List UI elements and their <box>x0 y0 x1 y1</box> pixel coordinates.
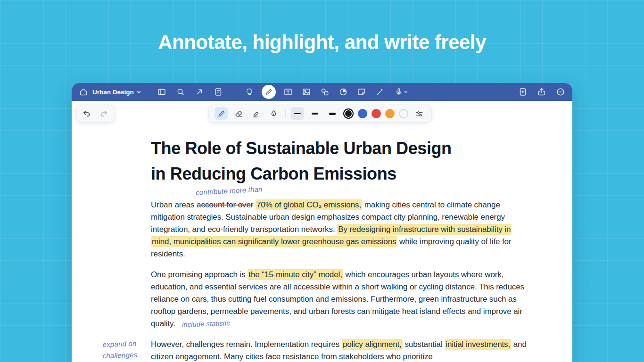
shapes-icon <box>320 87 330 97</box>
pointer-arrow-icon <box>195 87 204 97</box>
home-button[interactable] <box>77 86 90 98</box>
undo-button[interactable] <box>80 107 93 120</box>
toolbar-divider <box>285 109 286 118</box>
text-segment: Urban areas <box>151 200 197 209</box>
hero-title: Annotate, highlight, and write freely <box>0 30 644 55</box>
thin-line-icon <box>294 113 301 114</box>
stroke-settings-button[interactable] <box>413 107 426 120</box>
app-window: Urban Design <box>72 83 572 362</box>
thick-line-icon <box>329 113 336 115</box>
laser-pointer-button[interactable] <box>374 86 386 98</box>
page-edit-icon <box>214 87 223 97</box>
sliders-icon <box>415 109 424 118</box>
text-segment: However, challenges remain. Implementati… <box>151 340 342 349</box>
document-canvas[interactable]: The Role of Sustainable Urban Design in … <box>72 101 572 362</box>
highlighted-text: policy alignment, <box>342 339 403 350</box>
paragraph-2: One promising approach is the “15-minute… <box>151 269 528 330</box>
add-page-button[interactable] <box>517 86 529 98</box>
chevron-down-icon <box>404 90 408 94</box>
home-icon <box>79 87 88 97</box>
page-edit-button[interactable] <box>212 86 224 98</box>
text-button[interactable] <box>282 86 294 98</box>
toolbar-nav-group <box>156 86 224 98</box>
undo-icon <box>82 109 91 118</box>
document-page: The Role of Sustainable Urban Design in … <box>151 136 528 362</box>
pen-button[interactable] <box>262 85 276 99</box>
toolbar-right-group <box>517 86 567 98</box>
thickness-thin-option[interactable] <box>291 107 304 120</box>
pen-icon <box>264 88 273 96</box>
margin-note-line: challenges <box>102 349 138 362</box>
title-line: The Role of Sustainable Urban Design <box>151 136 528 161</box>
highlighter-tool[interactable] <box>249 107 263 120</box>
panels-icon <box>157 87 166 97</box>
highlighter-icon <box>252 109 261 118</box>
color-swatch-orange[interactable] <box>385 109 395 118</box>
text-box-icon <box>283 87 293 97</box>
handwritten-margin-note: expand on challenges <box>101 338 138 362</box>
share-button[interactable] <box>536 86 548 98</box>
color-swatch-red[interactable] <box>372 109 381 118</box>
toolbar-tools-group <box>243 85 410 99</box>
pen-toolbar <box>208 105 432 123</box>
sticky-note-icon <box>357 87 366 97</box>
more-options-icon <box>556 87 565 97</box>
medium-line-icon <box>312 113 318 115</box>
history-toolbar <box>75 105 115 123</box>
microphone-button[interactable] <box>392 86 410 98</box>
redo-icon <box>99 109 108 118</box>
microphone-icon <box>394 87 404 97</box>
text-segment: substantial <box>403 340 445 349</box>
chevron-down-icon <box>136 90 141 95</box>
highlighted-text: initial investments, <box>445 339 511 350</box>
shapes-button[interactable] <box>319 86 331 98</box>
sticky-note-button[interactable] <box>355 86 368 98</box>
pointer-button[interactable] <box>193 86 206 98</box>
eraser-icon <box>234 109 243 118</box>
highlighted-text: 70% of global CO₂ emissions, <box>256 199 362 210</box>
image-button[interactable] <box>300 86 313 98</box>
eraser-tool[interactable] <box>232 107 245 120</box>
lasso-button[interactable] <box>243 86 256 98</box>
paragraph-1: Urban areas account for over 70% of glob… <box>151 199 528 260</box>
fountain-pen-tool[interactable] <box>267 107 280 120</box>
lasso-icon <box>245 87 254 97</box>
add-page-icon <box>518 87 528 97</box>
image-icon <box>302 87 311 97</box>
custom-color-swatch[interactable] <box>399 109 408 118</box>
panels-button[interactable] <box>156 86 168 98</box>
redo-button[interactable] <box>97 107 110 120</box>
share-icon <box>537 87 546 97</box>
text-segment: One promising approach is <box>151 270 248 279</box>
search-icon <box>176 87 185 97</box>
ballpoint-pen-tool[interactable] <box>215 107 228 120</box>
ballpoint-pen-icon <box>217 109 226 118</box>
notebook-title-dropdown[interactable]: Urban Design <box>91 89 143 96</box>
notebook-title: Urban Design <box>92 89 134 96</box>
color-swatch-black[interactable] <box>343 108 354 119</box>
title-line: in Reducing Carbon Emissions <box>151 161 528 187</box>
search-button[interactable] <box>174 86 187 98</box>
app-toolbar: Urban Design <box>72 83 572 101</box>
handwritten-inline-note: include statistic <box>182 317 230 331</box>
paragraph-3: However, challenges remain. Implementati… <box>151 338 528 362</box>
laser-pointer-icon <box>375 87 385 97</box>
timer-button[interactable] <box>337 86 349 98</box>
timer-icon <box>339 87 348 97</box>
strikethrough-text: account for over <box>197 200 253 209</box>
more-options-button[interactable] <box>554 86 567 98</box>
color-swatch-blue[interactable] <box>358 109 367 118</box>
document-title: The Role of Sustainable Urban Design in … <box>151 136 528 187</box>
thickness-thick-option[interactable] <box>326 107 339 120</box>
margin-note-line: expand on <box>101 338 138 351</box>
highlighted-text: the “15-minute city” model, <box>248 269 343 280</box>
thickness-medium-option[interactable] <box>308 107 322 120</box>
fountain-pen-icon <box>269 109 278 118</box>
